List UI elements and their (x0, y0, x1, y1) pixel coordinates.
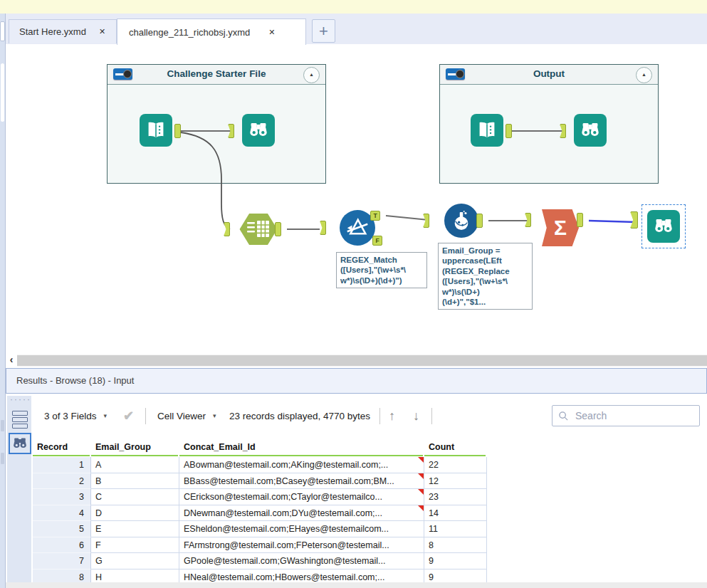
tab-challenge-211[interactable]: challenge_211_richobsj.yxmd ✕ (117, 19, 306, 45)
summarize-tool[interactable]: Σ (542, 209, 579, 246)
panel-grip[interactable]: ····· (10, 394, 30, 404)
container-toggle[interactable] (446, 68, 465, 80)
output-anchor[interactable] (174, 124, 181, 138)
cell-record[interactable]: 6 (33, 537, 91, 554)
column-header-record[interactable]: Record (33, 439, 91, 457)
output-anchor[interactable] (506, 124, 512, 138)
top-band (0, 0, 707, 14)
new-tab-button[interactable]: + (312, 19, 335, 43)
toggle-knob-icon (123, 70, 132, 78)
cell-count[interactable]: 11 (424, 521, 487, 537)
cell-email-group[interactable]: F (91, 537, 179, 554)
container-header[interactable]: Challenge Starter File ▲ (108, 65, 325, 85)
formula-tool[interactable] (444, 204, 478, 238)
browse-view-button[interactable] (9, 433, 31, 454)
h-scrollbar-thumb[interactable] (17, 355, 707, 366)
cell-record[interactable]: 7 (33, 553, 91, 569)
binoculars-icon (579, 119, 602, 142)
cell-concat-email-id[interactable]: BBass@testemail.com;BCasey@testemail.com… (179, 473, 424, 490)
table-row[interactable]: 4DDNewman@testemail.com;DYu@testemail.co… (33, 505, 487, 522)
tab-start-here[interactable]: Start Here.yxmd ✕ (9, 19, 117, 43)
table-row[interactable]: 7GGPoole@testemail.com;GWashington@teste… (33, 553, 487, 569)
table-row[interactable]: 1AABowman@testemail.com;AKing@testemail.… (33, 457, 487, 473)
toolbar-divider (431, 408, 432, 424)
cell-concat-email-id[interactable]: FArmstrong@testemail.com;FPeterson@teste… (179, 537, 424, 554)
book-icon (476, 119, 498, 142)
cell-record[interactable]: 3 (33, 489, 91, 505)
table-h-scrollbar[interactable] (6, 582, 707, 588)
cell-count[interactable]: 23 (424, 489, 487, 505)
table-row[interactable]: 2BBBass@testemail.com;BCasey@testemail.c… (33, 473, 487, 490)
cell-concat-email-id[interactable]: GPoole@testemail.com;GWashington@testema… (179, 553, 424, 569)
column-header-concat-email-id[interactable]: Concat_Email_Id (179, 439, 424, 457)
cell-email-group[interactable]: B (91, 473, 179, 490)
book-icon (145, 119, 167, 142)
collapse-icon[interactable]: ▲ (636, 67, 652, 83)
container-header[interactable]: Output ▲ (440, 65, 658, 85)
records-status: 23 records displayed, 4770 bytes (229, 396, 370, 436)
collapsed-panel-handle[interactable] (0, 21, 5, 41)
truncation-indicator (418, 473, 424, 479)
cell-concat-email-id[interactable]: DNewman@testemail.com;DYu@testemail.com;… (179, 505, 424, 522)
false-anchor[interactable]: F (372, 236, 382, 246)
input-data-tool[interactable] (140, 114, 172, 147)
close-icon[interactable]: ✕ (268, 28, 275, 37)
table-row[interactable]: 3CCErickson@testemail.com;CTaylor@testem… (33, 489, 487, 505)
flask-icon (449, 209, 473, 233)
cell-record[interactable]: 4 (33, 505, 91, 522)
container-title: Challenge Starter File (108, 65, 325, 83)
find-next-button[interactable]: ↓ (413, 396, 419, 436)
cell-viewer-label: Cell Viewer (157, 411, 206, 421)
cell-email-group[interactable]: D (91, 505, 179, 522)
cell-count[interactable]: 9 (424, 553, 487, 569)
panel-mark (1, 453, 4, 464)
tool-annotation[interactable]: REGEX_Match ([Users],"(\w+\s*\ w*)\s(\D+… (336, 252, 427, 288)
apply-check-icon[interactable]: ✔ (123, 396, 134, 436)
scroll-left-icon[interactable]: ‹ (6, 355, 17, 367)
browse-tool[interactable] (574, 114, 607, 147)
tool-annotation[interactable]: Email_Group = uppercase(LEft (REGEX_Repl… (438, 243, 533, 310)
search-input[interactable] (574, 409, 691, 422)
canvas-h-scrollbar[interactable]: ‹ (6, 355, 707, 367)
browse-tool-selected[interactable] (647, 210, 680, 243)
cell-record[interactable]: 2 (33, 473, 91, 490)
cell-count[interactable]: 22 (424, 457, 487, 473)
cell-email-group[interactable]: A (91, 457, 179, 473)
table-row[interactable]: 6FFArmstrong@testemail.com;FPeterson@tes… (33, 537, 487, 554)
truncation-indicator (418, 505, 424, 511)
output-anchor[interactable] (275, 222, 281, 236)
cell-record[interactable]: 1 (33, 457, 91, 473)
cell-concat-email-id[interactable]: ABowman@testemail.com;AKing@testemail.co… (179, 457, 424, 473)
table-row[interactable]: 5EESheldon@testemail.com;EHayes@testemai… (33, 521, 487, 537)
output-anchor[interactable] (476, 214, 483, 228)
binoculars-icon (11, 435, 28, 452)
results-panel-title: Results - Browse (18) - Input (6, 368, 707, 394)
close-icon[interactable]: ✕ (99, 27, 105, 36)
cell-count[interactable]: 14 (424, 505, 487, 522)
vertical-scrollbar-thumb[interactable] (1, 63, 4, 122)
truncation-indicator (418, 457, 424, 463)
cell-email-group[interactable]: C (91, 489, 179, 505)
search-box[interactable] (552, 405, 700, 426)
container-toggle[interactable] (113, 68, 132, 80)
column-header-count[interactable]: Count (424, 439, 487, 457)
browse-tool[interactable] (242, 114, 275, 147)
collapse-icon[interactable]: ▲ (303, 67, 320, 83)
toggle-knob-icon (456, 70, 464, 78)
cell-concat-email-id[interactable]: ESheldon@testemail.com;EHayes@testemailc… (179, 521, 424, 537)
cell-email-group[interactable]: G (91, 553, 179, 569)
input-data-tool[interactable] (471, 114, 503, 147)
output-anchor[interactable] (577, 213, 583, 227)
data-view-icon[interactable] (12, 411, 28, 430)
column-header-email-group[interactable]: Email_Group (91, 439, 179, 457)
cell-email-group[interactable]: E (91, 521, 179, 537)
cell-record[interactable]: 5 (33, 521, 91, 537)
cell-viewer-dropdown[interactable]: Cell Viewer ▾ (157, 396, 216, 436)
cell-concat-email-id[interactable]: CErickson@testemail.com;CTaylor@testemai… (179, 489, 424, 505)
find-previous-button[interactable]: ↑ (389, 396, 395, 436)
fields-dropdown[interactable]: 3 of 3 Fields ▾ (44, 396, 107, 436)
cell-count[interactable]: 12 (424, 473, 487, 490)
true-anchor[interactable]: T (370, 211, 380, 221)
cell-count[interactable]: 8 (424, 537, 487, 554)
search-icon (558, 411, 569, 421)
